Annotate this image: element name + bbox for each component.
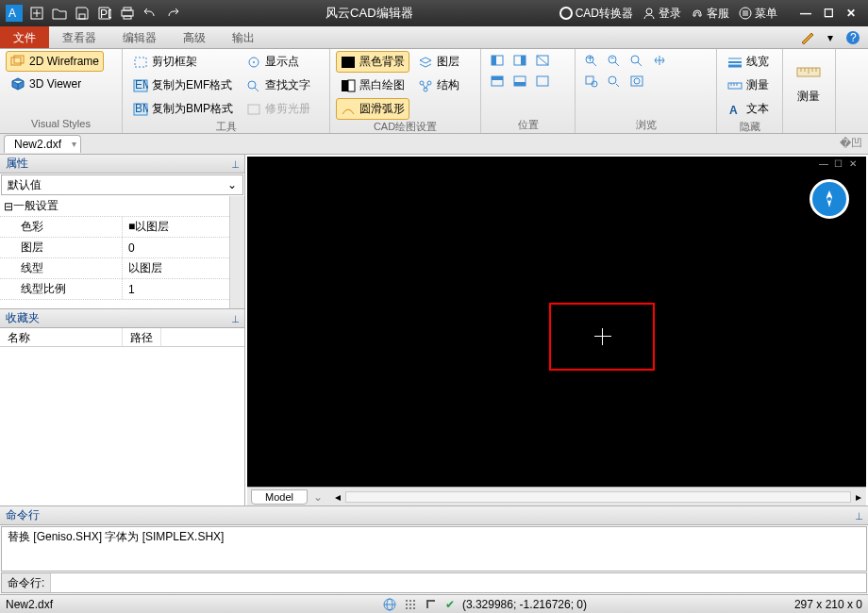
menu-button[interactable]: 菜单 <box>739 6 777 22</box>
clipframe-label: 剪切框架 <box>152 54 197 70</box>
command-output[interactable]: 替换 [Geniso.SHX] 字体为 [SIMPLEX.SHX] <box>1 526 867 572</box>
login-button[interactable]: 登录 <box>643 6 681 22</box>
command-panel: 命令行⟂ 替换 [Geniso.SHX] 字体为 [SIMPLEX.SHX] 命… <box>0 505 868 594</box>
pos-icon-5[interactable] <box>509 72 530 91</box>
maximize-button[interactable]: ☐ <box>819 5 838 22</box>
open-icon[interactable] <box>51 5 68 22</box>
linewidth-button[interactable]: 线宽 <box>723 51 774 73</box>
pos-icon-4[interactable] <box>487 72 508 91</box>
print-icon[interactable] <box>119 5 136 22</box>
status-grid-icon[interactable] <box>404 598 417 611</box>
canvas-minimize-icon[interactable]: — <box>819 158 832 170</box>
pin-icon[interactable]: ⟂ <box>856 509 862 522</box>
pos-icon-2[interactable] <box>509 51 530 70</box>
trim-button[interactable]: 修剪光册 <box>242 98 315 120</box>
favorites-list[interactable] <box>0 347 244 505</box>
blackbg-button[interactable]: 黑色背景 <box>336 51 409 73</box>
pos-icon-1[interactable] <box>487 51 508 70</box>
hscroll-track[interactable] <box>345 491 851 503</box>
svg-text:+: + <box>587 54 593 65</box>
redo-icon[interactable] <box>164 5 181 22</box>
prop-row[interactable]: 色彩■以图层 <box>0 217 244 238</box>
copy-bmp-button[interactable]: BMP复制为BMP格式 <box>128 98 238 120</box>
minimize-button[interactable]: — <box>796 5 815 22</box>
command-input[interactable] <box>51 573 866 592</box>
prop-val[interactable]: 0 <box>123 238 244 257</box>
text-button[interactable]: A文本 <box>723 98 774 120</box>
pin-icon[interactable]: ⟂ <box>232 312 239 325</box>
bw-icon <box>341 78 356 93</box>
service-button[interactable]: 客服 <box>691 6 729 22</box>
status-globe-icon[interactable] <box>383 598 396 611</box>
model-tab[interactable]: Model <box>251 489 308 505</box>
new-icon[interactable] <box>28 5 45 22</box>
cube-icon <box>10 76 25 91</box>
prop-row[interactable]: 线型以图层 <box>0 258 244 279</box>
undo-icon[interactable] <box>142 5 159 22</box>
zoom-all-icon[interactable] <box>626 72 647 91</box>
help-icon[interactable]: ? <box>843 29 862 46</box>
drawing-canvas[interactable]: — ☐ ✕ <box>247 157 866 487</box>
layers-button[interactable]: 图层 <box>413 51 464 73</box>
file-tabs-expand[interactable]: �凹 <box>834 136 868 152</box>
cad-converter-button[interactable]: CAD转换器 <box>559 6 633 22</box>
close-button[interactable]: ✕ <box>842 5 860 22</box>
status-snap-icon[interactable]: ✔ <box>445 598 455 611</box>
prop-val[interactable]: 1 <box>123 279 244 299</box>
big-measure-button[interactable]: 测量 <box>789 51 828 118</box>
save-icon[interactable] <box>74 5 91 22</box>
status-ortho-icon[interactable] <box>425 598 438 611</box>
zoom-window-icon[interactable] <box>581 72 602 91</box>
style-icon[interactable] <box>798 29 817 46</box>
measure-button[interactable]: 测量 <box>723 75 774 96</box>
ribbon: 2D Wireframe 3D Viewer Visual Styles 剪切框… <box>0 49 868 134</box>
zoom-out-icon[interactable]: - <box>604 51 625 70</box>
file-tab-dropdown-icon[interactable]: ▾ <box>72 139 76 149</box>
copy-emf-button[interactable]: EMF复制为EMF格式 <box>128 75 238 96</box>
clipframe-button[interactable]: 剪切框架 <box>128 51 238 73</box>
tab-editor[interactable]: 编辑器 <box>109 26 170 48</box>
pin-icon[interactable]: ⟂ <box>232 157 239 171</box>
properties-selector[interactable]: 默认值⌄ <box>1 174 243 195</box>
pos-icon-3[interactable] <box>532 51 553 70</box>
zoom-in-icon[interactable]: + <box>581 51 602 70</box>
prop-val[interactable]: 以图层 <box>123 258 244 278</box>
prop-scrollbar[interactable] <box>229 196 244 308</box>
tab-advanced[interactable]: 高级 <box>170 26 219 48</box>
smootharc-button[interactable]: 圆滑弧形 <box>336 98 409 120</box>
tab-viewer[interactable]: 查看器 <box>49 26 109 48</box>
command-header: 命令行⟂ <box>0 506 868 525</box>
col-path[interactable]: 路径 <box>123 328 161 346</box>
model-tabs-expand[interactable]: ⌄ <box>313 490 323 504</box>
scroll-left-icon[interactable]: ◂ <box>330 490 345 504</box>
dropdown-icon[interactable]: ▾ <box>821 29 840 46</box>
tab-output[interactable]: 输出 <box>219 26 268 48</box>
prop-val[interactable]: ■以图层 <box>123 217 244 237</box>
prop-category[interactable]: ⊟ 一般设置 <box>0 196 244 217</box>
structure-button[interactable]: 结构 <box>413 75 464 96</box>
canvas-close-icon[interactable]: ✕ <box>849 158 862 170</box>
prop-row[interactable]: 线型比例1 <box>0 279 244 300</box>
canvas-restore-icon[interactable]: ☐ <box>834 158 847 170</box>
menubar: 文件 查看器 编辑器 高级 输出 ▾ ? <box>0 26 868 49</box>
3dviewer-button[interactable]: 3D Viewer <box>6 74 104 94</box>
zoom-fit-icon[interactable] <box>626 51 647 70</box>
scroll-right-icon[interactable]: ▸ <box>851 490 866 504</box>
tab-file[interactable]: 文件 <box>0 26 49 48</box>
app-title: 风云CAD编辑器 <box>187 5 552 22</box>
svg-rect-29 <box>248 105 259 114</box>
pan-icon[interactable] <box>649 51 670 70</box>
save-pdf-icon[interactable]: PDF <box>96 5 113 22</box>
emf-icon: EMF <box>133 78 148 93</box>
findtext-button[interactable]: 查找文字 <box>242 75 315 96</box>
showpoint-button[interactable]: 显示点 <box>242 51 315 73</box>
file-tab[interactable]: New2.dxf▾ <box>4 135 81 153</box>
bwdraw-button[interactable]: 黑白绘图 <box>336 75 409 96</box>
prop-row[interactable]: 图层0 <box>0 238 244 258</box>
col-name[interactable]: 名称 <box>0 328 123 346</box>
svg-line-41 <box>537 56 548 65</box>
zoom-prev-icon[interactable] <box>604 72 625 91</box>
pos-icon-6[interactable] <box>532 72 553 91</box>
wireframe-button[interactable]: 2D Wireframe <box>6 51 104 72</box>
compass-badge[interactable] <box>810 179 849 219</box>
